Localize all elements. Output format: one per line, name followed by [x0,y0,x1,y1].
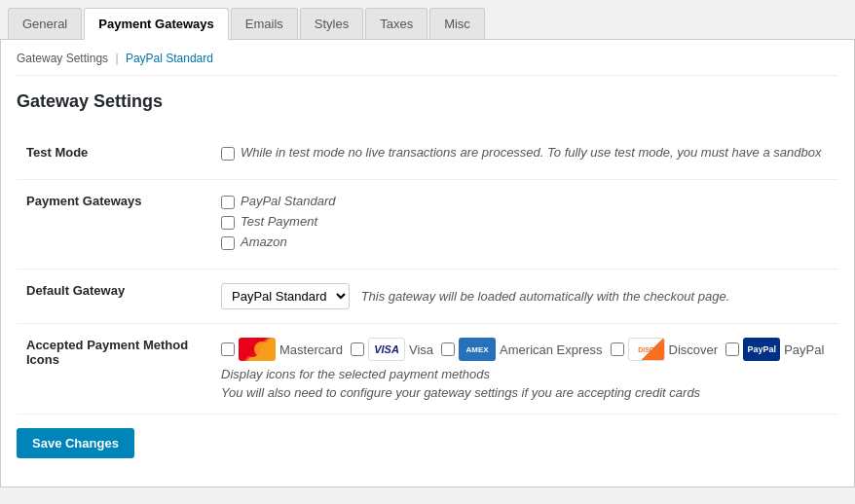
payment-icons-row: Mastercard VISA Visa AMEX American [221,338,829,361]
tab-taxes[interactable]: Taxes [365,8,428,39]
section-heading: Gateway Settings [17,91,838,112]
test-mode-value: While in test mode no live transactions … [211,131,838,180]
paypal-item: PayPal PayPal [725,338,824,361]
discover-icon: DISC [628,338,665,361]
gateway-amazon-label: Amazon [241,234,287,249]
amex-label: American Express [500,342,602,357]
accepted-payment-label-line1: Accepted Payment Method [26,338,188,352]
gateway-test-label: Test Payment [241,214,317,229]
accepted-payment-value: Mastercard VISA Visa AMEX American [211,324,838,414]
visa-label: Visa [409,342,433,357]
accepted-payment-row: Accepted Payment Method Icons Mastercard [17,324,838,414]
discover-label: Discover [669,342,719,357]
payment-gateways-row: Payment Gateways PayPal Standard Test Pa… [17,180,838,270]
accepted-payment-label: Accepted Payment Method Icons [17,324,211,414]
gateway-option-0: PayPal Standard [221,194,829,209]
tab-payment-gateways[interactable]: Payment Gateways [84,8,229,40]
paypal-icon-checkbox[interactable] [725,342,739,356]
paypal-icon-label: PayPal [784,342,824,357]
test-mode-row: Test Mode While in test mode no live tra… [17,131,838,180]
breadcrumb-separator: | [115,52,118,65]
amex-item: AMEX American Express [441,338,602,361]
default-gateway-description: This gateway will be loaded automaticall… [361,289,730,304]
tab-misc[interactable]: Misc [429,8,485,39]
visa-icon: VISA [368,338,405,361]
amex-icon: AMEX [459,338,496,361]
paypal-icon: PayPal [743,338,780,361]
gateway-option-1: Test Payment [221,214,829,230]
tabs-bar: General Payment Gateways Emails Styles T… [0,0,855,40]
visa-checkbox[interactable] [351,342,364,356]
payment-gateways-value: PayPal Standard Test Payment Amazon [211,180,838,270]
visa-item: VISA Visa [351,338,433,361]
mastercard-icon [239,338,276,361]
default-gateway-select[interactable]: PayPal Standard Test Payment Amazon [221,283,350,309]
test-mode-checkbox[interactable] [221,147,235,161]
default-gateway-value: PayPal Standard Test Payment Amazon This… [211,270,838,324]
tab-styles[interactable]: Styles [300,8,363,39]
default-gateway-row: Default Gateway PayPal Standard Test Pay… [17,270,838,324]
breadcrumb: Gateway Settings | PayPal Standard [17,52,838,76]
discover-checkbox[interactable] [611,342,624,356]
gateway-paypal-label: PayPal Standard [241,194,336,208]
save-button[interactable]: Save Changes [17,428,134,458]
amex-checkbox[interactable] [441,342,455,356]
gateway-option-2: Amazon [221,234,829,250]
breadcrumb-current: Gateway Settings [17,52,108,65]
test-mode-description: While in test mode no live transactions … [241,145,821,160]
content-area: Gateway Settings | PayPal Standard Gatew… [0,40,855,487]
gateway-paypal-checkbox[interactable] [221,196,235,209]
tab-general[interactable]: General [8,8,82,39]
test-mode-checkbox-wrap: While in test mode no live transactions … [221,145,829,161]
mastercard-item: Mastercard [221,338,343,361]
save-btn-wrap: Save Changes [17,414,838,458]
payment-icons-note1: Display icons for the selected payment m… [221,367,829,381]
accepted-payment-label-line2: Icons [26,352,59,367]
discover-item: DISC Discover [611,338,719,361]
default-gateway-label: Default Gateway [17,270,211,324]
gateway-amazon-checkbox[interactable] [221,236,235,250]
payment-icons-note2: You will also need to configure your gat… [221,385,829,400]
test-mode-label: Test Mode [17,131,211,180]
settings-table: Test Mode While in test mode no live tra… [17,131,838,414]
tab-emails[interactable]: Emails [231,8,298,39]
breadcrumb-link[interactable]: PayPal Standard [126,52,213,65]
mastercard-checkbox[interactable] [221,342,235,356]
gateway-test-checkbox[interactable] [221,216,235,230]
payment-gateways-label: Payment Gateways [17,180,211,270]
mastercard-label: Mastercard [279,342,343,357]
